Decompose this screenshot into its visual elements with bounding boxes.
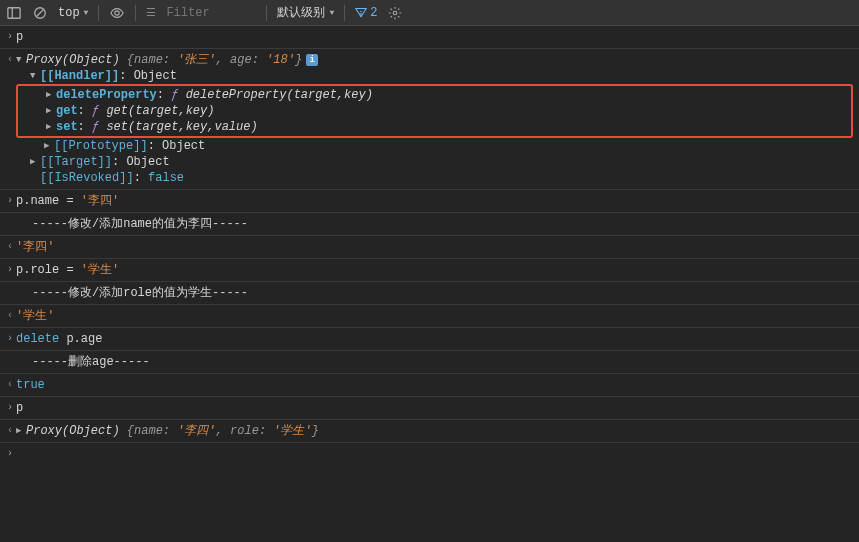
expand-arrow-icon[interactable]: [46, 87, 56, 103]
issues-count: 2: [370, 6, 377, 20]
output-caret-icon: ‹: [4, 377, 16, 393]
log-message: -----修改/添加name的值为李四-----: [16, 216, 853, 232]
highlighted-region: deleteProperty: ƒ deleteProperty(target,…: [16, 84, 853, 138]
divider: [344, 5, 345, 21]
console-output-row: ‹ Proxy(Object) { name: '张三', age: '18' …: [0, 48, 859, 189]
svg-point-4: [115, 10, 119, 14]
expand-arrow-icon[interactable]: [46, 119, 56, 135]
console-input-row[interactable]: › p.name = '李四': [0, 189, 859, 212]
eye-icon[interactable]: [109, 5, 125, 21]
clear-console-icon[interactable]: [32, 5, 48, 21]
result: '学生': [16, 309, 54, 323]
result: true: [16, 378, 45, 392]
tree-node[interactable]: [[Handler]]: Object: [16, 68, 853, 84]
value: Object: [126, 154, 169, 170]
key: [[IsRevoked]]: [40, 170, 134, 186]
chevron-down-icon: ▼: [84, 8, 89, 17]
input-caret-icon: ›: [4, 262, 16, 278]
context-selector[interactable]: top ▼: [58, 6, 88, 20]
filter-input[interactable]: [166, 6, 256, 20]
svg-point-7: [394, 11, 398, 15]
result: '李四': [16, 240, 54, 254]
svg-point-5: [360, 10, 362, 12]
keyword: delete: [16, 332, 59, 346]
value: Object: [162, 138, 205, 154]
sidebar-toggle-icon[interactable]: [6, 5, 22, 21]
expand-arrow-icon[interactable]: [16, 52, 26, 68]
input-caret-icon: ›: [4, 193, 16, 209]
console-log-row: -----修改/添加role的值为学生-----: [0, 281, 859, 304]
tree-node: [[IsRevoked]]: false: [16, 170, 853, 186]
expression: p.name =: [16, 194, 81, 208]
key: age: [230, 52, 252, 68]
console-log-row: -----修改/添加name的值为李四-----: [0, 212, 859, 235]
filter-icon: ☰: [146, 6, 156, 19]
log-message: -----删除age-----: [16, 354, 853, 370]
brace: {: [127, 52, 134, 68]
console-output-row: ‹ '李四': [0, 235, 859, 258]
context-label: top: [58, 6, 80, 20]
key: [[Target]]: [40, 154, 112, 170]
chevron-down-icon: ▼: [329, 8, 334, 17]
settings-icon[interactable]: [387, 5, 403, 21]
brace: }: [312, 423, 319, 439]
expand-arrow-icon[interactable]: [16, 423, 26, 439]
string-literal: '李四': [81, 194, 119, 208]
svg-line-3: [37, 9, 44, 16]
input-caret-icon: ›: [4, 400, 16, 416]
func-sig: set(target,key,value): [106, 119, 257, 135]
func-sig: get(target,key): [106, 103, 214, 119]
expression: p.role =: [16, 263, 81, 277]
expand-arrow-icon[interactable]: [44, 138, 54, 154]
svg-rect-6: [361, 13, 362, 15]
func-f: ƒ: [92, 103, 99, 119]
divider: [266, 5, 267, 21]
expand-arrow-icon[interactable]: [30, 154, 40, 170]
console-log-row: -----删除age-----: [0, 350, 859, 373]
key: role: [230, 423, 259, 439]
console-toolbar: top ▼ ☰ 默认级别 ▼ 2: [0, 0, 859, 26]
brace: {: [127, 423, 134, 439]
value: Object: [134, 68, 177, 84]
expression: p: [16, 30, 23, 44]
log-message: -----修改/添加role的值为学生-----: [16, 285, 853, 301]
expression: p.age: [59, 332, 102, 346]
issues-badge[interactable]: 2: [355, 6, 377, 20]
tree-node[interactable]: [[Prototype]]: Object: [16, 138, 853, 154]
value: '张三': [177, 52, 215, 68]
key: name: [134, 52, 163, 68]
input-caret-icon: ›: [4, 446, 16, 462]
console-output-row: ‹ Proxy(Object) { name: '李四', role: '学生'…: [0, 419, 859, 442]
func-sig: deleteProperty(target,key): [186, 87, 373, 103]
proxy-label: Proxy(Object): [26, 423, 120, 439]
divider: [135, 5, 136, 21]
svg-rect-0: [8, 7, 20, 18]
func-f: ƒ: [171, 87, 178, 103]
tree-node[interactable]: [[Target]]: Object: [16, 154, 853, 170]
value: false: [148, 170, 184, 186]
tree-node[interactable]: Proxy(Object) { name: '李四', role: '学生' }: [16, 423, 853, 439]
log-level-label: 默认级别: [277, 4, 325, 21]
input-caret-icon: ›: [4, 29, 16, 45]
console-output-row: ‹ '学生': [0, 304, 859, 327]
tree-node[interactable]: Proxy(Object) { name: '张三', age: '18' } …: [16, 52, 853, 68]
console-input-row[interactable]: › p: [0, 396, 859, 419]
console-prompt-row[interactable]: ›: [0, 442, 859, 465]
console-output-row: ‹ true: [0, 373, 859, 396]
console-input-row[interactable]: › delete p.age: [0, 327, 859, 350]
string-literal: '学生': [81, 263, 119, 277]
log-level-selector[interactable]: 默认级别 ▼: [277, 4, 334, 21]
tree-node[interactable]: deleteProperty: ƒ deleteProperty(target,…: [18, 87, 851, 103]
console-body: › p ‹ Proxy(Object) { name: '张三', age: '…: [0, 26, 859, 465]
expand-arrow-icon[interactable]: [30, 68, 40, 84]
key: set: [56, 119, 78, 135]
console-input-row[interactable]: › p.role = '学生': [0, 258, 859, 281]
expand-arrow-icon[interactable]: [46, 103, 56, 119]
key: get: [56, 103, 78, 119]
console-input-row[interactable]: › p: [0, 26, 859, 48]
tree-node[interactable]: set: ƒ set(target,key,value): [18, 119, 851, 135]
output-caret-icon: ‹: [4, 52, 16, 68]
tree-node[interactable]: get: ƒ get(target,key): [18, 103, 851, 119]
info-icon[interactable]: i: [306, 54, 318, 66]
output-caret-icon: ‹: [4, 308, 16, 324]
